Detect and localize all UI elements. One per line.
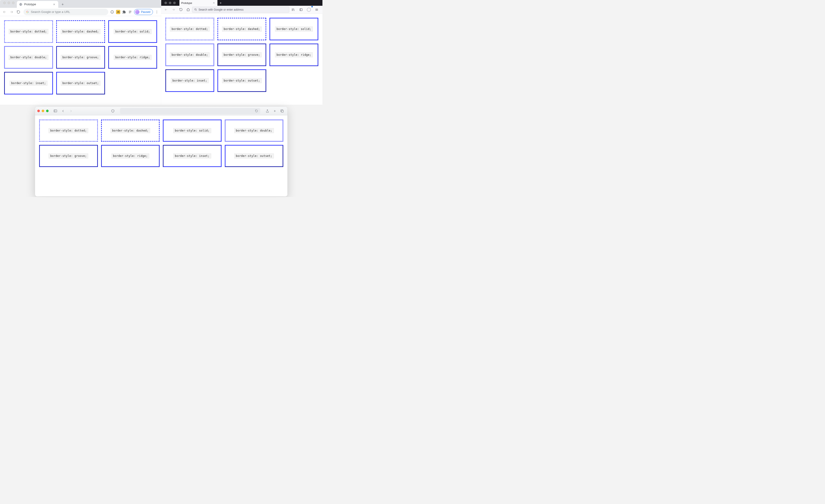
sidebar-icon[interactable] [52,108,58,114]
border-demo-double: border-style: double; [225,120,284,142]
library-icon[interactable] [290,6,297,13]
border-demo-outset: border-style: outset; [217,69,266,92]
new-tab-button[interactable] [60,1,66,7]
border-demo-solid: border-style: solid; [163,120,222,142]
window-zoom-button[interactable] [12,2,14,4]
border-demo-double: border-style: double; [165,44,214,66]
avatar [135,10,140,14]
svg-point-4 [157,11,157,12]
back-button[interactable] [163,6,169,13]
close-icon[interactable] [52,3,56,6]
firefox-tabstrip: Prototype [161,0,322,6]
reload-button[interactable] [15,9,22,15]
reload-button[interactable] [177,6,184,13]
info-icon[interactable] [110,10,114,14]
code-label: border-style: dotted; [49,128,88,133]
border-demo-groove: border-style: groove; [39,145,98,167]
code-label: border-style: inset; [10,81,48,86]
address-bar[interactable] [120,108,260,114]
code-label: border-style: groove; [61,55,100,60]
code-label: border-style: dashed; [110,128,150,133]
chrome-tabstrip: Prototype [0,0,161,8]
reload-icon[interactable] [255,110,258,113]
border-demo-outset: border-style: outset; [225,145,284,167]
toolbar-actions [290,6,321,13]
border-style-grid: border-style: dotted;border-style: dashe… [35,116,287,171]
firefox-browser-window: Prototype Search with Google or enter ad… [161,0,322,105]
window-close-button[interactable] [3,2,6,4]
address-bar-placeholder: Search Google or type a URL [31,10,70,14]
new-tab-button[interactable] [217,0,224,6]
js-extension-icon[interactable]: JS [116,10,120,14]
window-close-button[interactable] [164,2,167,4]
sidebar-icon[interactable] [298,6,304,13]
safari-browser-window: border-style: dotted;border-style: dashe… [35,106,287,197]
border-demo-groove: border-style: groove; [217,44,266,66]
border-demo-groove: border-style: groove; [56,46,105,69]
window-controls [37,110,51,112]
window-zoom-button[interactable] [173,2,176,4]
safari-viewport: border-style: dotted;border-style: dashe… [35,116,287,197]
border-style-grid: border-style: dotted;border-style: dashe… [0,16,161,98]
reading-list-icon[interactable] [128,10,132,14]
border-demo-inset: border-style: inset; [4,72,53,94]
toolbar-actions [265,108,285,114]
svg-rect-7 [300,8,302,11]
border-demo-dashed: border-style: dashed; [217,18,266,40]
profile-chip[interactable]: Paused [134,9,153,15]
firefox-viewport: border-style: dotted;border-style: dashe… [161,14,322,105]
menu-icon[interactable] [155,10,159,14]
account-icon[interactable] [305,6,312,13]
code-label: border-style: inset; [171,78,209,83]
window-minimize-button[interactable] [42,110,44,112]
border-demo-double: border-style: double; [4,46,53,69]
search-icon [26,10,29,14]
border-demo-ridge: border-style: ridge; [101,145,160,167]
address-bar[interactable]: Search with Google or enter address [192,7,289,13]
border-demo-dotted: border-style: dotted; [39,120,98,142]
border-demo-inset: border-style: inset; [165,69,214,92]
code-label: border-style: inset; [173,153,211,158]
window-controls [163,0,179,6]
forward-button[interactable] [68,108,74,114]
border-demo-solid: border-style: solid; [270,18,318,40]
share-icon[interactable] [265,108,271,114]
chrome-browser-window: Prototype Search Google or type a URL JS [0,0,161,105]
code-label: border-style: solid; [275,26,313,31]
new-tab-icon[interactable] [272,108,278,114]
window-close-button[interactable] [37,110,40,112]
code-label: border-style: dotted; [170,26,210,31]
code-label: border-style: double; [170,52,210,57]
home-button[interactable] [185,6,192,13]
border-demo-ridge: border-style: ridge; [108,46,157,69]
code-label: border-style: ridge; [275,52,313,57]
code-label: border-style: double; [234,128,274,133]
back-button[interactable] [60,108,66,114]
border-demo-dashed: border-style: dashed; [56,20,105,43]
menu-icon[interactable] [313,6,320,13]
firefox-toolbar: Search with Google or enter address [161,6,322,14]
window-minimize-button[interactable] [8,2,10,4]
forward-button[interactable] [170,6,177,13]
search-icon [194,8,197,11]
tab-title: Prototype [181,2,192,4]
safari-toolbar [35,106,287,116]
forward-button[interactable] [8,9,15,15]
browser-tab[interactable]: Prototype [17,1,58,8]
svg-point-5 [157,13,157,13]
tabs-icon[interactable] [279,108,285,114]
browser-tab[interactable]: Prototype [179,0,217,6]
window-minimize-button[interactable] [169,2,171,4]
border-demo-ridge: border-style: ridge; [270,44,318,66]
extensions-icon[interactable] [122,10,126,14]
code-label: border-style: dashed; [222,26,261,31]
window-controls [2,2,17,6]
back-button[interactable] [1,9,8,15]
close-icon[interactable] [212,1,216,5]
window-zoom-button[interactable] [46,110,49,112]
border-style-grid: border-style: dotted;border-style: dashe… [161,14,322,96]
shield-icon[interactable] [110,108,116,114]
code-label: border-style: ridge; [111,153,149,158]
address-bar[interactable]: Search Google or type a URL [23,9,108,15]
code-label: border-style: double; [9,55,48,60]
